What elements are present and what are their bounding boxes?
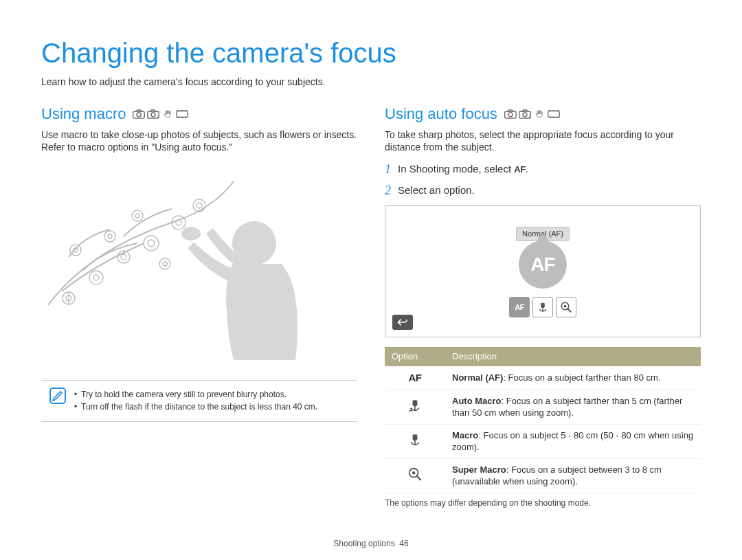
camera-icon <box>133 109 145 119</box>
camera-icon <box>504 109 517 119</box>
af-big-icon: AF <box>519 240 567 289</box>
step-number: 1 <box>385 161 391 177</box>
svg-point-31 <box>108 234 112 238</box>
macro-illustration <box>41 168 357 360</box>
svg-point-25 <box>148 240 155 247</box>
table-row: Auto Macro: Focus on a subject farther t… <box>385 390 701 424</box>
video-icon <box>176 109 188 119</box>
table-row: Super Macro: Focus on a subject between … <box>385 458 701 493</box>
svg-point-29 <box>196 203 202 208</box>
th-option: Option <box>385 347 445 366</box>
row-bold: Auto Macro <box>452 396 502 406</box>
tip-list: Try to hold the camera very still to pre… <box>74 388 317 414</box>
table-row: Macro: Focus on a subject 5 - 80 cm (50 … <box>385 424 701 458</box>
row-bold: Normal (AF) <box>452 372 503 383</box>
row-text: : Focus on a subject 5 - 80 cm (50 - 80 … <box>452 430 693 453</box>
page-title: Changing the camera's focus <box>41 34 701 71</box>
svg-point-28 <box>193 199 205 212</box>
svg-point-23 <box>121 254 126 260</box>
step-1: 1 In Shooting mode, select AF. <box>385 161 701 177</box>
af-preview: Normal (AF) AF AF <box>385 205 701 337</box>
svg-point-35 <box>135 214 139 218</box>
left-column: Using macro Use macro to take close-up p… <box>41 104 357 508</box>
footer-pagenum: 46 <box>399 539 408 548</box>
row-icon-cell <box>385 390 445 424</box>
tulip-icon <box>407 432 423 447</box>
svg-point-24 <box>144 236 159 251</box>
tip-item: Turn off the flash if the distance to th… <box>74 401 317 412</box>
hand-icon <box>161 109 174 119</box>
row-bold: Super Macro <box>452 464 506 475</box>
page-intro: Learn how to adjust the camera's focus a… <box>41 76 701 89</box>
svg-point-34 <box>132 210 143 221</box>
row-text: : Focus on a subject farther than 80 cm. <box>503 372 660 383</box>
row-icon-cell: AF <box>385 366 445 390</box>
heading-using-autofocus: Using auto focus <box>385 104 701 124</box>
th-description: Description <box>445 347 701 366</box>
row-desc: Normal (AF): Focus on a subject farther … <box>445 366 701 390</box>
row-desc: Super Macro: Focus on a subject between … <box>445 458 701 493</box>
svg-point-30 <box>104 231 115 242</box>
svg-point-32 <box>70 245 81 256</box>
svg-point-17 <box>181 227 201 240</box>
tile-af-label: AF <box>515 302 524 313</box>
row-desc: Auto Macro: Focus on a subject farther t… <box>445 390 701 424</box>
magnify-icon <box>560 301 572 313</box>
step-number: 2 <box>385 182 391 199</box>
options-note: The options may differ depending on the … <box>385 497 701 508</box>
tip-box: Try to hold the camera very still to pre… <box>41 380 357 421</box>
svg-point-21 <box>93 275 99 280</box>
tulip-icon <box>537 301 549 313</box>
heading-macro-text: Using macro <box>41 104 126 124</box>
footer-section: Shooting options <box>333 539 394 548</box>
hand-icon <box>533 109 546 119</box>
step-2: 2 Select an option. <box>385 182 701 199</box>
preview-back-button[interactable] <box>392 315 413 330</box>
macro-body: Use macro to take close-up photos of sub… <box>41 128 357 155</box>
back-icon <box>397 318 408 326</box>
preview-tile-macro[interactable] <box>532 297 553 317</box>
svg-point-37 <box>163 262 167 266</box>
heading-autofocus-text: Using auto focus <box>385 104 497 124</box>
table-row: AF Normal (AF): Focus on a subject farth… <box>385 366 701 390</box>
tip-item: Try to hold the camera very still to pre… <box>74 389 317 400</box>
af-inline-icon: AF <box>514 164 525 176</box>
row-icon-cell <box>385 458 445 493</box>
options-table: Option Description AF Normal (AF): Focus… <box>385 347 701 493</box>
step-1-pre: In Shooting mode, select <box>398 163 514 175</box>
preview-mode-row: AF <box>509 297 576 317</box>
camera-p-icon <box>519 109 531 119</box>
step-1-post: . <box>526 163 528 175</box>
row-icon-cell <box>385 424 445 458</box>
row-desc: Macro: Focus on a subject 5 - 80 cm (50 … <box>445 424 701 458</box>
page-footer: Shooting options 46 <box>0 538 742 549</box>
heading-using-macro: Using macro <box>41 104 357 124</box>
tulip-a-icon <box>407 398 423 413</box>
magnify-icon <box>407 467 423 482</box>
right-column: Using auto focus To take sharp photos, s… <box>385 104 701 508</box>
video-icon <box>548 109 560 119</box>
preview-tile-af[interactable]: AF <box>509 297 530 317</box>
preview-tile-supermacro[interactable] <box>556 297 576 317</box>
note-icon <box>49 388 66 404</box>
af-text-icon: AF <box>409 371 422 385</box>
step-1-text: In Shooting mode, select AF. <box>398 162 528 176</box>
camera-p-icon <box>147 109 159 119</box>
macro-mode-icons <box>133 109 188 119</box>
row-bold: Macro <box>452 430 478 440</box>
autofocus-mode-icons <box>504 109 560 119</box>
step-2-text: Select an option. <box>398 183 475 197</box>
autofocus-body: To take sharp photos, select the appropr… <box>385 128 701 155</box>
svg-point-36 <box>159 258 170 269</box>
svg-point-20 <box>89 271 103 284</box>
